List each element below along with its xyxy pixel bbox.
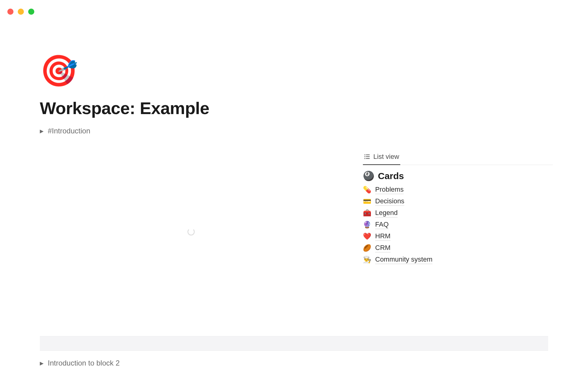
- minimize-window-button[interactable]: [18, 9, 24, 15]
- database-item[interactable]: 🏉CRM: [363, 244, 553, 252]
- tab-list-view[interactable]: List view: [363, 150, 400, 165]
- database-title[interactable]: 🎱 Cards: [363, 171, 553, 181]
- item-icon: ❤️: [363, 232, 371, 240]
- database-item[interactable]: 💳Decisions: [363, 197, 553, 206]
- zoom-window-button[interactable]: [28, 9, 34, 15]
- database-list: 💊Problems💳Decisions🧰Legend🔮FAQ❤️HRM🏉CRM👨…: [363, 186, 553, 264]
- item-label: FAQ: [375, 220, 389, 229]
- toggle-introduction[interactable]: ▶ #Introduction: [40, 127, 548, 135]
- item-icon: 🏉: [363, 244, 371, 252]
- database-view-tabs: List view: [363, 150, 553, 165]
- database-item[interactable]: 💊Problems: [363, 186, 553, 194]
- list-icon: [364, 154, 370, 160]
- toggle-label: #Introduction: [48, 127, 90, 135]
- toggle-label: Introduction to block 2: [48, 359, 120, 367]
- close-window-button[interactable]: [7, 9, 13, 15]
- item-icon: 🔮: [363, 221, 371, 229]
- loading-spinner: [187, 228, 195, 236]
- page-content: 🎯 Workspace: Example ▶ #Introduction: [40, 55, 548, 135]
- caret-right-icon: ▶: [40, 128, 43, 134]
- item-label: HRM: [375, 232, 390, 241]
- database-item[interactable]: 🔮FAQ: [363, 220, 553, 229]
- item-icon: 🧰: [363, 209, 371, 217]
- item-label: Legend: [375, 209, 398, 217]
- section-divider-bar: [40, 336, 548, 351]
- item-label: Community system: [375, 255, 432, 264]
- svg-point-5: [364, 158, 365, 159]
- item-icon: 💳: [363, 197, 371, 205]
- item-icon: 💊: [363, 186, 371, 194]
- database-title-icon: 🎱: [363, 171, 374, 181]
- database-item[interactable]: 🧰Legend: [363, 209, 553, 217]
- page-title: Workspace: Example: [40, 98, 548, 118]
- caret-right-icon: ▶: [40, 360, 43, 366]
- page-icon[interactable]: 🎯: [40, 55, 548, 86]
- item-label: CRM: [375, 244, 390, 252]
- svg-point-3: [364, 155, 365, 155]
- svg-point-4: [364, 156, 365, 157]
- database-title-text: Cards: [378, 171, 404, 181]
- tab-label: List view: [373, 153, 399, 161]
- item-label: Decisions: [375, 197, 404, 206]
- item-label: Problems: [375, 186, 404, 194]
- toggle-introduction-block-2[interactable]: ▶ Introduction to block 2: [40, 359, 120, 367]
- database-item[interactable]: ❤️HRM: [363, 232, 553, 241]
- database-block: List view 🎱 Cards 💊Problems💳Decisions🧰Le…: [363, 150, 553, 264]
- item-icon: 👨‍🍳: [363, 256, 371, 264]
- database-item[interactable]: 👨‍🍳Community system: [363, 255, 553, 264]
- window-traffic-lights: [7, 9, 34, 15]
